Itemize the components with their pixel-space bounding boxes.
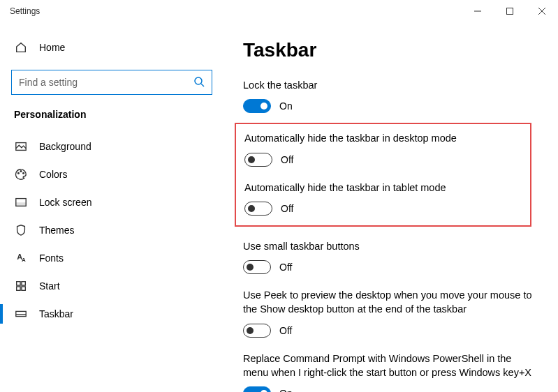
toggle-state: Off [279,325,292,336]
themes-icon [14,223,28,237]
nav-item-label: Fonts [39,252,64,264]
window-title: Settings [10,6,40,16]
sidebar: Home Personalization Background Colors [0,22,223,392]
setting-label: Automatically hide the taskbar in deskto… [244,131,522,145]
search-input[interactable] [19,77,193,88]
fonts-icon: AA [14,251,28,265]
palette-icon [14,167,28,181]
toggle-state: On [279,388,293,392]
setting-hide-tablet: Automatically hide the taskbar in tablet… [244,181,522,216]
nav-list: Background Colors Lock screen Themes [0,133,223,328]
svg-rect-13 [22,282,25,285]
svg-rect-11 [16,203,26,206]
nav-item-label: Taskbar [39,308,73,319]
setting-label: Use small taskbar buttons [243,239,537,253]
toggle-powershell[interactable] [243,386,271,392]
setting-powershell: Replace Command Prompt with Windows Powe… [243,352,537,392]
maximize-button[interactable] [494,0,526,22]
taskbar-icon [14,307,28,321]
nav-home[interactable]: Home [0,33,223,61]
svg-point-4 [195,77,202,84]
search-box[interactable] [11,70,212,95]
toggle-small-buttons[interactable] [243,260,271,274]
page-title: Taskbar [243,39,537,61]
setting-lock-taskbar: Lock the taskbar On [243,78,537,113]
toggle-state: Off [281,154,293,165]
svg-rect-16 [16,311,26,316]
content-pane: Taskbar Lock the taskbar On Automaticall… [223,22,558,392]
nav-item-label: Lock screen [39,197,91,208]
svg-point-8 [20,171,22,172]
minimize-button[interactable] [462,0,494,22]
setting-hide-desktop: Automatically hide the taskbar in deskto… [244,131,522,166]
toggle-hide-tablet[interactable] [244,202,272,216]
svg-rect-1 [507,8,513,15]
nav-item-background[interactable]: Background [0,133,223,160]
svg-rect-15 [22,287,25,290]
start-icon [14,279,28,293]
svg-rect-12 [17,282,20,285]
toggle-peek[interactable] [243,324,271,338]
highlight-box: Automatically hide the taskbar in deskto… [235,123,531,227]
section-title: Personalization [0,109,223,133]
setting-peek: Use Peek to preview the desktop when you… [243,288,537,338]
toggle-state: On [279,100,293,112]
nav-item-start[interactable]: Start [0,272,223,300]
setting-label: Replace Command Prompt with Windows Powe… [243,352,537,380]
svg-rect-14 [17,287,20,290]
toggle-state: Off [281,203,293,214]
svg-line-5 [201,84,204,86]
nav-item-label: Background [39,141,91,152]
setting-label: Use Peek to preview the desktop when you… [243,288,537,317]
nav-item-label: Themes [39,225,75,236]
lock-screen-icon [14,195,28,209]
home-icon [14,40,28,54]
svg-point-9 [23,172,24,174]
setting-label: Lock the taskbar [243,78,537,92]
image-icon [14,140,28,153]
toggle-hide-desktop[interactable] [244,153,272,167]
setting-small-buttons: Use small taskbar buttons Off [243,239,537,274]
close-button[interactable] [526,0,558,22]
nav-item-colors[interactable]: Colors [0,160,223,188]
nav-item-label: Colors [39,169,67,180]
toggle-lock-taskbar[interactable] [243,99,271,113]
nav-item-fonts[interactable]: AA Fonts [0,244,223,272]
nav-item-lock-screen[interactable]: Lock screen [0,188,223,216]
titlebar: Settings [0,0,558,22]
svg-point-7 [18,172,20,174]
setting-label: Automatically hide the taskbar in tablet… [244,181,522,195]
search-icon [193,76,205,89]
toggle-state: Off [279,262,292,273]
nav-item-themes[interactable]: Themes [0,216,223,244]
nav-home-label: Home [39,42,65,53]
nav-item-taskbar[interactable]: Taskbar [0,300,223,328]
nav-item-label: Start [39,280,60,292]
